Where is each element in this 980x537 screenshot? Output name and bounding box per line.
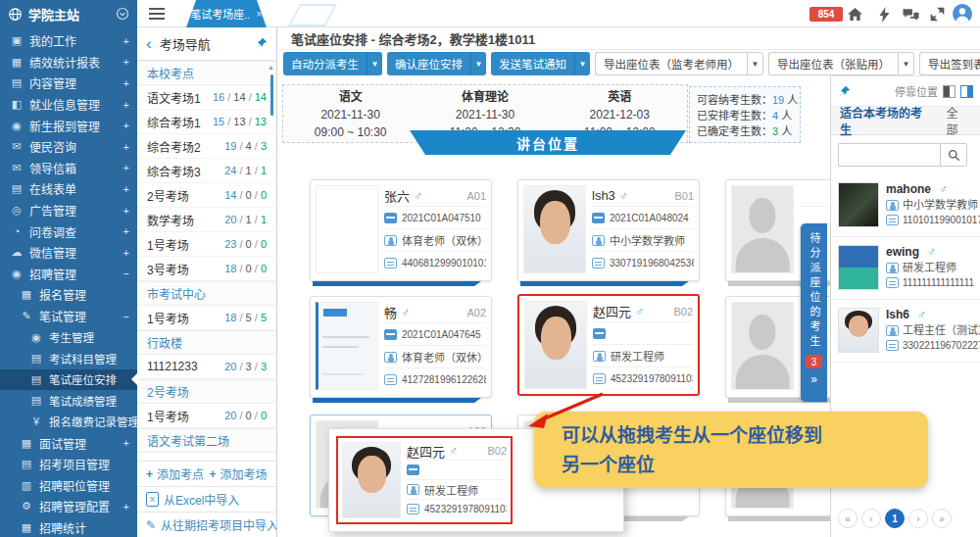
sidebar-item-ads-mgmt[interactable]: ◎广告管理+ bbox=[0, 200, 137, 221]
sidebar-toggle-icon[interactable] bbox=[149, 8, 165, 20]
job-icon bbox=[384, 352, 397, 363]
seat-card-b01[interactable]: lsh3♂B01 2021C01A048024 中小学数学教师 33071919… bbox=[517, 179, 700, 281]
nav-room-item[interactable]: 语文考场1161414 bbox=[137, 85, 276, 110]
site-logo[interactable]: 学院主站 bbox=[0, 0, 137, 27]
auto-assign-button[interactable]: 自动分派考生▼ bbox=[283, 52, 382, 75]
sidebar-item-seat-arrangement[interactable]: ▤笔试座位安排 bbox=[0, 369, 137, 391]
dock-right-icon[interactable] bbox=[960, 85, 973, 98]
first-page-button[interactable]: « bbox=[838, 509, 858, 528]
candidate-photo bbox=[342, 442, 401, 518]
sidebar-item-content-mgmt[interactable]: ▤内容管理+ bbox=[0, 73, 137, 94]
next-page-button[interactable]: › bbox=[908, 509, 928, 528]
sidebar-item-freshman-registration[interactable]: ◉新生报到管理+ bbox=[0, 115, 137, 136]
nav-room-item-current[interactable]: 综合考场21943 bbox=[137, 134, 276, 159]
pending-candidates-tab[interactable]: 待分派座位的考生 3 » bbox=[801, 223, 827, 402]
table-icon: ▦ bbox=[20, 288, 33, 301]
page-1-button[interactable]: 1 bbox=[885, 509, 905, 528]
sidebar-item-performance-reports[interactable]: ▦绩效统计报表+ bbox=[0, 52, 137, 73]
export-invigilator-button[interactable]: 导出座位表（监考老师用）▼ bbox=[595, 52, 763, 75]
seat-card-a01[interactable]: 张六♂A01 2021C01A047510 体育老师（双休） 440681299… bbox=[310, 179, 492, 281]
seat-status-bar bbox=[728, 516, 830, 521]
sidebar-item-recruit-project-mgmt[interactable]: ▤招考项目管理 bbox=[0, 454, 137, 475]
search-button[interactable] bbox=[940, 143, 967, 167]
ticket-icon bbox=[407, 464, 419, 475]
sidebar-item-payment-records[interactable]: ¥报名缴费记录管理 bbox=[0, 412, 137, 433]
caret-down-icon[interactable]: ▼ bbox=[574, 52, 590, 75]
sidebar-item-recruit-config[interactable]: ⚙招聘管理配置+ bbox=[0, 496, 137, 517]
nav-room-item[interactable]: 3号考场1800 bbox=[137, 257, 276, 281]
tab-written-exam-room[interactable]: 笔试考场座.. × bbox=[186, 0, 267, 27]
caret-down-icon[interactable]: ▼ bbox=[470, 52, 486, 75]
sidebar-item-written-exam-mgmt[interactable]: ✎笔试管理− bbox=[0, 306, 137, 327]
prev-page-button[interactable]: ‹ bbox=[861, 509, 881, 528]
nav-room-item[interactable]: 1号考场2000 bbox=[137, 404, 276, 428]
file-icon: ▤ bbox=[29, 394, 43, 407]
sidebar-item-interview-mgmt[interactable]: ▦面试管理+ bbox=[0, 432, 137, 454]
confirm-seats-button[interactable]: 确认座位安排▼ bbox=[387, 52, 486, 75]
candidate-item-mahone[interactable]: mahone♂ 中小学数学教师 110101199001017030 bbox=[831, 174, 980, 237]
tab-all-candidates[interactable]: 全部 bbox=[933, 104, 980, 137]
last-page-button[interactable]: » bbox=[932, 509, 952, 528]
import-from-previous-button[interactable]: ✎ 从往期招考项目中导入 bbox=[137, 512, 276, 537]
candidate-search-input[interactable] bbox=[838, 143, 940, 167]
nav-room-item[interactable]: 2号考场1400 bbox=[137, 183, 276, 208]
sidebar-item-recruitment-mgmt[interactable]: ◉招聘管理− bbox=[0, 264, 137, 285]
export-signin-button[interactable]: 导出签到表▼ bbox=[919, 52, 980, 75]
sidebar-item-survey[interactable]: ◔问卷调查+ bbox=[0, 220, 137, 242]
comments-icon[interactable] bbox=[903, 6, 919, 23]
bolt-icon[interactable] bbox=[876, 6, 893, 23]
notification-badge[interactable]: 854 bbox=[809, 7, 843, 22]
nav-room-item[interactable]: 111212332033 bbox=[137, 355, 276, 379]
room-nav-list: 本校考点 语文考场1161414 综合考场1151313 综合考场21943 综… bbox=[137, 61, 276, 453]
sidebar-item-public-consult[interactable]: ✉便民咨询+ bbox=[0, 136, 137, 158]
dragged-seat-card-b02[interactable]: 赵四元♂B02 研发工程师 452329197809110316 bbox=[336, 436, 513, 524]
male-icon: ♂ bbox=[414, 189, 422, 203]
nav-room-item[interactable]: 数学考场2011 bbox=[137, 208, 276, 232]
send-notice-button[interactable]: 发送笔试通知▼ bbox=[491, 52, 590, 75]
confirmed-row: 已确定考生数：3 人 bbox=[697, 123, 793, 139]
mailbox-icon: ✉ bbox=[10, 162, 24, 174]
caret-down-icon[interactable]: ▼ bbox=[898, 52, 914, 75]
dock-left-icon[interactable] bbox=[943, 85, 956, 98]
home-icon[interactable] bbox=[847, 6, 863, 23]
seat-code: A01 bbox=[466, 190, 486, 202]
expand-icon[interactable] bbox=[929, 6, 946, 23]
chevron-circle-down-icon[interactable] bbox=[116, 7, 129, 21]
sidebar-item-signup-mgmt[interactable]: ▦报名管理 bbox=[0, 284, 137, 306]
import-from-excel-button[interactable]: X 从Excel中导入 bbox=[137, 486, 276, 512]
sidebar-item-recruit-position-mgmt[interactable]: ▥招聘职位管理 bbox=[0, 474, 137, 496]
pin-icon[interactable] bbox=[255, 37, 268, 50]
nav-room-item[interactable]: 1号考场2300 bbox=[137, 232, 276, 257]
tab-close-icon[interactable]: × bbox=[256, 8, 262, 20]
caret-down-icon[interactable]: ▼ bbox=[367, 52, 382, 75]
export-post-button[interactable]: 导出座位表（张贴用）▼ bbox=[768, 52, 914, 75]
seat-card-b02-highlighted[interactable]: 赵四元♂B02 研发工程师 452329197809110316 bbox=[517, 294, 700, 396]
seat-code: B02 bbox=[673, 306, 693, 317]
tab-suitable-candidates[interactable]: 适合本考场的考生 bbox=[831, 104, 933, 137]
caret-down-icon[interactable]: ▼ bbox=[747, 52, 763, 75]
nav-room-item[interactable]: 综合考场1151313 bbox=[137, 110, 276, 134]
exam-room-nav-panel: ‹ 考场导航 本校考点 语文考场1161414 综合考场1151313 综合考场… bbox=[137, 27, 277, 537]
candidate-item-lsh6[interactable]: lsh6♂ 工程主任（测试） 33022119670222791X bbox=[831, 300, 980, 363]
sidebar-item-exam-subject-mgmt[interactable]: ▤考试科目管理 bbox=[0, 348, 137, 369]
sidebar-item-wechat-mgmt[interactable]: ☁微信管理+ bbox=[0, 242, 137, 264]
user-avatar-icon[interactable] bbox=[953, 4, 972, 24]
pin-icon[interactable] bbox=[838, 85, 851, 98]
sidebar-item-exam-score-mgmt[interactable]: ▤笔试成绩管理 bbox=[0, 390, 137, 412]
form-icon: ▤ bbox=[10, 182, 24, 195]
scroll-up-icon[interactable]: ▲ bbox=[268, 64, 274, 71]
seat-card-a02[interactable]: 畅♂A02 2021C01A047645 体育老师（双休） 4127281996… bbox=[310, 296, 492, 398]
nav-room-item[interactable]: 综合考场32411 bbox=[137, 159, 276, 183]
add-site-button[interactable]: +添加考点 bbox=[146, 465, 205, 482]
nav-scrollbar-thumb[interactable] bbox=[270, 74, 273, 116]
add-room-button[interactable]: +添加考场 bbox=[210, 465, 269, 482]
sidebar-item-leader-mailbox[interactable]: ✉领导信箱+ bbox=[0, 158, 137, 179]
collapse-left-icon[interactable]: ‹ bbox=[146, 35, 152, 52]
sidebar-item-recruit-stats[interactable]: ▦招聘统计 bbox=[0, 517, 137, 537]
nav-room-item[interactable]: 1号考场1855 bbox=[137, 306, 276, 330]
sidebar-item-online-forms[interactable]: ▤在线表单+ bbox=[0, 178, 137, 200]
sidebar-item-candidate-mgmt[interactable]: ◉考生管理 bbox=[0, 326, 137, 348]
candidate-item-ewing[interactable]: ewing♂ 研发工程师 111111111111111 bbox=[831, 237, 980, 300]
sidebar-item-my-work[interactable]: ▣我的工作+ bbox=[0, 30, 137, 52]
sidebar-item-employment-info[interactable]: ◧就业信息管理+ bbox=[0, 94, 137, 116]
